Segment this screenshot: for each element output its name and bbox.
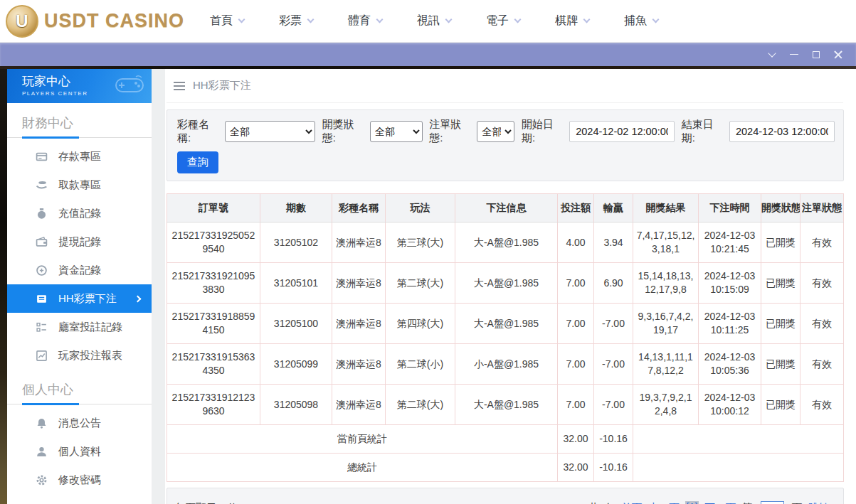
table-cell: 有效 [800, 344, 844, 385]
sidebar-section: 代理中心 [7, 494, 152, 504]
sidebar-item[interactable]: 消息公告 [7, 409, 152, 437]
column-header: 開獎結果 [633, 194, 699, 222]
nav-menu-item[interactable]: 電子 [486, 14, 520, 28]
column-header: 注單狀態 [800, 194, 844, 222]
sidebar-item[interactable]: 玩家投注報表 [7, 341, 152, 370]
table-row: 215217331925052954031205102澳洲幸运8第三球(大)大-… [167, 222, 844, 263]
withdraw-hand-icon [36, 179, 48, 191]
jump-link[interactable]: 跳转 [808, 501, 829, 504]
sidebar-item[interactable]: 提現記錄 [7, 227, 152, 256]
table-cell: 已開獎 [761, 222, 800, 263]
column-header: 訂單號 [167, 194, 260, 222]
table-cell: 9,3,16,7,4,2,19,17 [633, 304, 699, 344]
sidebar-item[interactable]: 資金記錄 [7, 256, 152, 284]
sidebar-item-label: 修改密碼 [58, 473, 101, 487]
sidebar-item-label: 取款專區 [58, 178, 101, 192]
close-icon [834, 50, 842, 59]
next-page-link[interactable]: 下一页 [705, 501, 736, 504]
sidebar-item[interactable]: 充值記錄 [7, 199, 152, 227]
start-date-input[interactable] [569, 121, 675, 142]
sidebar-item-label: 個人資料 [58, 445, 101, 459]
nav-item-label: 棋牌 [555, 14, 578, 28]
table-cell: 澳洲幸运8 [332, 344, 386, 385]
nav-menu-item[interactable]: 體育 [348, 14, 382, 28]
sidebar-section: 個人中心消息公告個人資料修改密碼 [7, 370, 152, 494]
table-cell: 19,3,7,9,2,12,4,8 [633, 385, 699, 425]
table-cell: 2024-12-03 10:15:09 [699, 263, 761, 304]
chevron-down-icon [238, 16, 245, 23]
nav-menu-item[interactable]: 棋牌 [555, 14, 589, 28]
gear-icon [36, 474, 48, 486]
nav-item-label: 電子 [486, 14, 509, 28]
table-body: 215217331925052954031205102澳洲幸运8第三球(大)大-… [167, 222, 844, 482]
page-title: HH彩票下注 [193, 79, 251, 92]
sidebar-item-label: 玩家投注報表 [58, 349, 122, 363]
sidebar-item-label: 消息公告 [58, 417, 101, 430]
table-cell: 6.90 [594, 263, 633, 304]
sidebar-item[interactable]: 廳室投註記錄 [7, 313, 152, 341]
column-header: 期數 [260, 194, 332, 222]
deposit-card-icon [36, 151, 48, 163]
breadcrumb: HH彩票下注 [167, 69, 843, 103]
chevron-down-icon [652, 16, 660, 23]
usdt-casino-logo[interactable]: U USDT CASINO [6, 5, 184, 38]
table-cell: 有效 [800, 263, 844, 304]
column-header: 彩種名稱 [332, 194, 386, 222]
nav-menu-item[interactable]: 視訊 [417, 14, 451, 28]
window-close-button[interactable] [827, 46, 849, 63]
window-minimize-button[interactable] [783, 46, 805, 63]
sidebar-item[interactable]: HH彩票下注 [7, 284, 152, 313]
summary-cell: 32.00 [558, 454, 594, 482]
sidebar-item[interactable]: 取款專區 [7, 171, 152, 199]
nav-menu-item[interactable]: 首頁 [210, 14, 244, 28]
moneybag-icon [36, 208, 48, 220]
jump-page-input[interactable] [761, 501, 784, 504]
nav-menu-item[interactable]: 捕魚 [624, 14, 658, 28]
table-cell: 已開獎 [761, 385, 800, 425]
table-cell: 已開獎 [761, 263, 800, 304]
prev-page-link[interactable]: 上一页 [648, 501, 680, 504]
table-cell: -7.00 [594, 304, 633, 344]
draw-status-label: 開獎狀態: [322, 118, 366, 145]
window-dropdown-button[interactable] [761, 46, 783, 63]
table-cell: 2152173319121239630 [167, 385, 260, 425]
table-cell: 14,13,1,11,17,8,12,2 [633, 344, 699, 385]
maximize-icon [813, 51, 820, 58]
table-cell: 15,14,18,13,12,17,9,8 [633, 263, 699, 304]
table-cell: 7.00 [558, 263, 594, 304]
order-status-select[interactable]: 全部 [477, 121, 514, 142]
sidebar-item[interactable]: 個人資料 [7, 437, 152, 466]
summary-cell [633, 454, 844, 482]
lottery-name-select[interactable]: 全部 [225, 121, 315, 142]
search-button[interactable]: 查詢 [177, 151, 218, 173]
jump-suffix-text: 页 [792, 501, 803, 504]
table-cell: 澳洲幸运8 [332, 304, 386, 344]
table-cell: 4.00 [558, 222, 594, 263]
table-cell: 澳洲幸运8 [332, 385, 386, 425]
sidebar-item[interactable]: 存款專區 [7, 142, 152, 171]
table-cell: 第三球(大) [386, 222, 455, 263]
column-header: 下注時間 [699, 194, 761, 222]
chevron-down-icon [376, 16, 384, 23]
table-cell: 第四球(大) [386, 304, 455, 344]
table-cell: 大-A盤@1.985 [455, 304, 558, 344]
coin-letter: U [16, 11, 28, 31]
window-maximize-button[interactable] [805, 46, 827, 63]
table-cell: 澳洲幸运8 [332, 222, 386, 263]
logo-text: USDT CASINO [44, 10, 184, 32]
table-cell: 澳洲幸运8 [332, 263, 386, 304]
nav-item-label: 捕魚 [624, 14, 647, 28]
first-page-link[interactable]: 首页 [621, 501, 642, 504]
page-size-text: 每頁顯示20條 [175, 501, 238, 504]
current-page-badge: [1] [685, 501, 698, 504]
table-header-row: 訂單號期數彩種名稱玩法下注信息投注額輸贏開獎結果下注時間開獎狀態注單狀態 [167, 194, 844, 222]
hamburger-icon[interactable] [174, 82, 185, 83]
draw-status-select[interactable]: 全部 [370, 121, 423, 142]
sidebar-item[interactable]: 修改密碼 [7, 466, 152, 494]
table-cell: 3.94 [594, 222, 633, 263]
nav-menu-item[interactable]: 彩票 [279, 14, 313, 28]
summary-cell: -10.16 [594, 454, 633, 482]
end-date-input[interactable] [729, 121, 835, 142]
coin-icon [36, 264, 48, 277]
window-titlebar [0, 43, 856, 66]
